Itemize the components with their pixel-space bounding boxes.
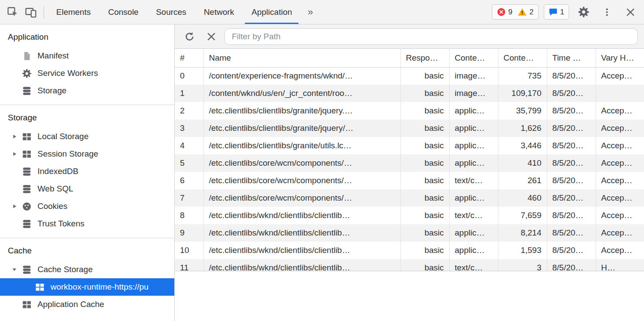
content-length-cell[interactable]: 3 (498, 259, 547, 271)
table-row[interactable]: 5/etc.clientlibs/core/wcm/components/…ba… (175, 154, 644, 172)
time-cached-cell[interactable]: 8/5/20… (547, 67, 596, 85)
sidebar-item-manifest[interactable]: Manifest (0, 47, 174, 65)
error-badge[interactable]: 9 (497, 7, 512, 17)
settings-button[interactable] (574, 6, 593, 18)
column-header-name[interactable]: Name (203, 49, 400, 67)
vary-header-cell[interactable]: Accep… (596, 120, 644, 137)
row-index-cell[interactable]: 2 (175, 102, 203, 120)
table-row[interactable]: 2/etc.clientlibs/clientlibs/granite/jque… (175, 102, 644, 120)
table-row[interactable]: 10/etc.clientlibs/wknd/clientlibs/client… (175, 242, 644, 259)
content-type-cell[interactable]: text/c… (449, 259, 498, 271)
table-row[interactable]: 11/etc.clientlibs/wknd/clientlibs/client… (175, 259, 644, 271)
content-type-cell[interactable]: image… (449, 85, 498, 102)
refresh-button[interactable] (181, 28, 198, 45)
tab-network[interactable]: Network (195, 0, 243, 24)
content-type-cell[interactable]: image… (449, 67, 498, 85)
content-length-cell[interactable]: 3,446 (498, 137, 547, 154)
vary-header-cell[interactable]: Accep… (596, 154, 644, 172)
table-row[interactable]: 8/etc.clientlibs/wknd/clientlibs/clientl… (175, 207, 644, 224)
name-cell[interactable]: /content/wknd/us/en/_jcr_content/roo… (203, 85, 400, 102)
vary-header-cell[interactable]: Accep… (596, 207, 644, 224)
sidebar-item-web-sql[interactable]: Web SQL (0, 180, 174, 198)
more-tabs-button[interactable]: » (301, 0, 320, 24)
table-row[interactable]: 3/etc.clientlibs/clientlibs/granite/jque… (175, 120, 644, 137)
vary-header-cell[interactable]: Accep… (596, 137, 644, 154)
content-type-cell[interactable]: applic… (449, 224, 498, 242)
sidebar-item-workbox-cache[interactable]: workbox-runtime-https://pu (0, 278, 174, 296)
time-cached-cell[interactable]: 8/5/20… (547, 207, 596, 224)
filter-by-path-input[interactable] (224, 28, 638, 45)
row-index-cell[interactable]: 10 (175, 242, 203, 259)
time-cached-cell[interactable]: 8/5/20… (547, 242, 596, 259)
response-type-cell[interactable]: basic (400, 207, 449, 224)
column-header-content-length[interactable]: Conte… (498, 49, 547, 67)
time-cached-cell[interactable]: 8/5/20… (547, 102, 596, 120)
row-index-cell[interactable]: 6 (175, 172, 203, 189)
name-cell[interactable]: /etc.clientlibs/wknd/clientlibs/clientli… (203, 224, 400, 242)
warning-badge[interactable]: 2 (518, 7, 533, 17)
column-header-time-cached[interactable]: Time … (547, 49, 596, 67)
time-cached-cell[interactable]: 8/5/20… (547, 259, 596, 271)
table-row[interactable]: 4/etc.clientlibs/clientlibs/granite/util… (175, 137, 644, 154)
name-cell[interactable]: /etc.clientlibs/core/wcm/components/… (203, 189, 400, 207)
close-devtools-button[interactable] (621, 7, 640, 17)
response-type-cell[interactable]: basic (400, 102, 449, 120)
response-type-cell[interactable]: basic (400, 85, 449, 102)
vary-header-cell[interactable]: Accep… (596, 189, 644, 207)
row-index-cell[interactable]: 0 (175, 67, 203, 85)
content-type-cell[interactable]: text/c… (449, 172, 498, 189)
table-row[interactable]: 6/etc.clientlibs/core/wcm/components/…ba… (175, 172, 644, 189)
column-header-vary-header[interactable]: Vary H… (596, 49, 644, 67)
name-cell[interactable]: /etc.clientlibs/wknd/clientlibs/clientli… (203, 242, 400, 259)
table-row[interactable]: 7/etc.clientlibs/core/wcm/components/…ba… (175, 189, 644, 207)
chevron-right-icon[interactable] (7, 133, 22, 140)
table-row[interactable]: 0/content/experience-fragments/wknd/…bas… (175, 67, 644, 85)
tab-elements[interactable]: Elements (47, 0, 99, 24)
content-length-cell[interactable]: 735 (498, 67, 547, 85)
name-cell[interactable]: /etc.clientlibs/clientlibs/granite/jquer… (203, 102, 400, 120)
content-length-cell[interactable]: 261 (498, 172, 547, 189)
response-type-cell[interactable]: basic (400, 242, 449, 259)
sidebar-item-cookies[interactable]: Cookies (0, 198, 174, 215)
time-cached-cell[interactable]: 8/5/20… (547, 224, 596, 242)
response-type-cell[interactable]: basic (400, 189, 449, 207)
sidebar-item-cache-storage[interactable]: Cache Storage (0, 261, 174, 278)
name-cell[interactable]: /etc.clientlibs/clientlibs/granite/jquer… (203, 120, 400, 137)
tab-sources[interactable]: Sources (147, 0, 195, 24)
table-row[interactable]: 9/etc.clientlibs/wknd/clientlibs/clientl… (175, 224, 644, 242)
sidebar-item-indexeddb[interactable]: IndexedDB (0, 163, 174, 180)
response-type-cell[interactable]: basic (400, 137, 449, 154)
content-type-cell[interactable]: applic… (449, 120, 498, 137)
issue-badge[interactable]: 1 (549, 7, 564, 17)
sidebar-item-service-workers[interactable]: Service Workers (0, 65, 174, 82)
name-cell[interactable]: /etc.clientlibs/core/wcm/components/… (203, 154, 400, 172)
sidebar-item-session-storage[interactable]: Session Storage (0, 145, 174, 163)
row-index-cell[interactable]: 9 (175, 224, 203, 242)
row-index-cell[interactable]: 4 (175, 137, 203, 154)
vary-header-cell[interactable]: Accep… (596, 67, 644, 85)
content-length-cell[interactable]: 410 (498, 154, 547, 172)
delete-selected-button[interactable] (203, 28, 220, 45)
sidebar-item-trust-tokens[interactable]: Trust Tokens (0, 215, 174, 232)
row-index-cell[interactable]: 3 (175, 120, 203, 137)
row-index-cell[interactable]: 11 (175, 259, 203, 271)
row-index-cell[interactable]: 5 (175, 154, 203, 172)
time-cached-cell[interactable]: 8/5/20… (547, 85, 596, 102)
row-index-cell[interactable]: 7 (175, 189, 203, 207)
vary-header-cell[interactable]: Accep… (596, 102, 644, 120)
response-type-cell[interactable]: basic (400, 67, 449, 85)
content-type-cell[interactable]: applic… (449, 242, 498, 259)
content-type-cell[interactable]: text/c… (449, 207, 498, 224)
content-type-cell[interactable]: applic… (449, 154, 498, 172)
errors-warnings-badge[interactable]: 9 2 (492, 4, 539, 20)
content-length-cell[interactable]: 1,626 (498, 120, 547, 137)
content-length-cell[interactable]: 1,593 (498, 242, 547, 259)
name-cell[interactable]: /etc.clientlibs/wknd/clientlibs/clientli… (203, 259, 400, 271)
content-type-cell[interactable]: applic… (449, 137, 498, 154)
content-length-cell[interactable]: 8,214 (498, 224, 547, 242)
chevron-right-icon[interactable] (7, 151, 22, 157)
column-header-index[interactable]: # (175, 49, 203, 67)
content-length-cell[interactable]: 7,659 (498, 207, 547, 224)
time-cached-cell[interactable]: 8/5/20… (547, 189, 596, 207)
time-cached-cell[interactable]: 8/5/20… (547, 154, 596, 172)
